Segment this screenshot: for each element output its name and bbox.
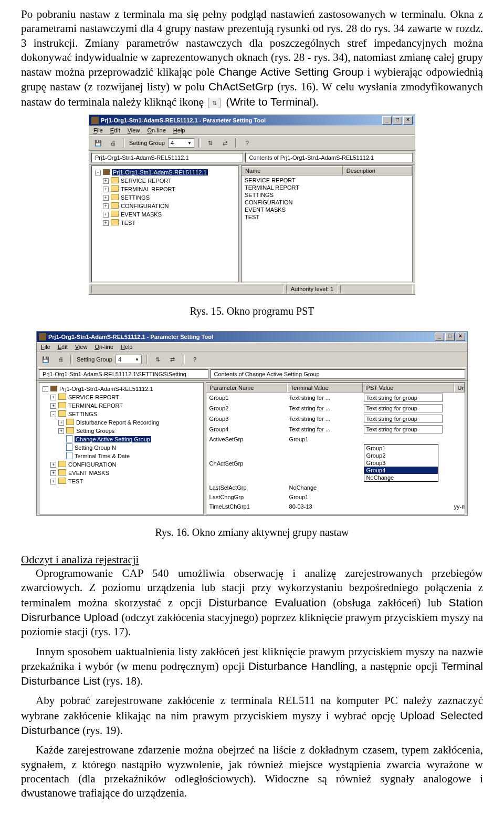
- tree-item[interactable]: +TEST: [95, 219, 235, 227]
- transfer-icon[interactable]: ⇅: [205, 138, 216, 148]
- dropdown-option[interactable]: Group3: [364, 459, 438, 467]
- dropdown-option[interactable]: NoChange: [364, 474, 438, 481]
- menu-edit[interactable]: Edit: [58, 344, 68, 350]
- expand-icon[interactable]: +: [50, 479, 56, 484]
- tree-item[interactable]: Setting Group N: [43, 443, 200, 452]
- print-icon[interactable]: 🖨: [55, 354, 66, 365]
- close-button[interactable]: ×: [456, 333, 465, 341]
- minimize-button[interactable]: _: [382, 116, 392, 125]
- menu-help[interactable]: Help: [173, 127, 185, 133]
- tree-item[interactable]: +TERMINAL REPORT: [95, 185, 235, 193]
- tree-item-settings[interactable]: -SETTINGS: [43, 410, 200, 418]
- tree-item[interactable]: +CONFIGURATION: [95, 202, 235, 210]
- expand-icon[interactable]: +: [58, 428, 64, 434]
- expand-icon[interactable]: +: [50, 470, 56, 476]
- tree-root[interactable]: -Prj1-Org1-Stn1-AdamS-REL51112.1: [95, 168, 235, 177]
- grid-row[interactable]: ActiveSetGrpGroup1: [206, 435, 465, 444]
- pst-value-input[interactable]: Text string for group: [364, 415, 443, 423]
- grid-row[interactable]: ChActSetGrpGroup1Group2Group3Group4NoCha…: [206, 444, 465, 483]
- setting-group-select[interactable]: 4 ▼: [116, 355, 142, 364]
- collapse-icon[interactable]: -: [43, 386, 48, 392]
- menu-file[interactable]: File: [93, 127, 103, 133]
- setting-group-select[interactable]: 4 ▼: [168, 138, 194, 148]
- tree-root[interactable]: -Prj1-Org1-Stn1-AdamS-REL51112.1: [43, 385, 200, 393]
- save-icon[interactable]: 💾: [40, 354, 51, 365]
- expand-icon[interactable]: +: [58, 420, 64, 426]
- menu-edit[interactable]: Edit: [110, 127, 120, 133]
- list-pane[interactable]: Name Description SERVICE REPORT TERMINAL…: [241, 166, 413, 282]
- maximize-button[interactable]: □: [393, 116, 402, 125]
- pst-value-input[interactable]: Text string for group: [364, 425, 443, 433]
- transfer-icon[interactable]: ⇅: [152, 354, 164, 365]
- col-terminal-value[interactable]: Terminal Value: [287, 383, 363, 392]
- list-item[interactable]: EVENT MASKS: [243, 206, 411, 213]
- grid-row[interactable]: TimeLstChGrp180-03-13yy-mo-dd hh:mm ; ss…: [206, 502, 465, 511]
- dropdown-option[interactable]: Group1: [364, 445, 438, 452]
- grid-row[interactable]: LastSelActGrpNoChange: [206, 483, 465, 492]
- expand-icon[interactable]: +: [103, 178, 109, 184]
- list-item[interactable]: TERMINAL REPORT: [243, 184, 411, 191]
- help-icon[interactable]: ?: [242, 138, 253, 148]
- read-icon[interactable]: ⇄: [219, 138, 231, 148]
- list-item[interactable]: CONFIGURATION: [243, 199, 411, 206]
- tree-item[interactable]: +SETTINGS: [95, 193, 235, 202]
- chactsetgrp-dropdown[interactable]: Group1Group2Group3Group4NoChange: [364, 444, 438, 482]
- grid-row[interactable]: Group3Text string for ...Text string for…: [206, 414, 465, 424]
- col-description[interactable]: Description: [343, 166, 412, 175]
- tree-item[interactable]: +TEST: [43, 477, 200, 486]
- tree-item-change-active[interactable]: Change Active Setting Group: [43, 435, 200, 443]
- expand-icon[interactable]: +: [103, 212, 109, 218]
- collapse-icon[interactable]: -: [95, 170, 101, 175]
- cell-pst-value[interactable]: Text string for group: [361, 392, 451, 403]
- grid-row[interactable]: Group4Text string for ...Text string for…: [206, 424, 465, 435]
- menu-view[interactable]: View: [128, 127, 140, 133]
- tree-item[interactable]: +EVENT MASKS: [95, 210, 235, 219]
- cell-pst-value[interactable]: Group1Group2Group3Group4NoChange: [361, 444, 451, 483]
- list-item[interactable]: SETTINGS: [243, 191, 411, 199]
- menu-view[interactable]: View: [75, 344, 88, 350]
- print-icon[interactable]: 🖨: [107, 138, 119, 148]
- dropdown-option[interactable]: Group2: [364, 452, 438, 459]
- grid-row[interactable]: TimeLstChGrp280-02-12 ...80-02-12 01:23:…: [206, 511, 465, 514]
- tree-item[interactable]: +Setting Groups: [43, 427, 200, 435]
- grid-row[interactable]: Group2Text string for ...Text string for…: [206, 403, 465, 414]
- menu-file[interactable]: File: [41, 344, 50, 350]
- expand-icon[interactable]: +: [103, 187, 109, 192]
- tree-item[interactable]: +Disturbance Report & Recording: [43, 418, 200, 427]
- pst-value-input[interactable]: Text string for group: [364, 394, 443, 402]
- col-parameter-name[interactable]: Parameter Name: [206, 383, 287, 392]
- expand-icon[interactable]: +: [103, 203, 109, 209]
- cell-pst-value[interactable]: Text string for group: [361, 403, 451, 414]
- menu-online[interactable]: On-line: [147, 127, 165, 133]
- collapse-icon[interactable]: -: [50, 411, 56, 417]
- cell-pst-value[interactable]: Text string for group: [361, 414, 451, 424]
- expand-icon[interactable]: +: [103, 220, 109, 226]
- dropdown-option[interactable]: Group4: [364, 467, 438, 474]
- pst-value-input[interactable]: Text string for group: [364, 404, 443, 412]
- tree-item[interactable]: Terminal Time & Date: [43, 452, 200, 460]
- save-icon[interactable]: 💾: [92, 138, 104, 148]
- col-name[interactable]: Name: [242, 166, 343, 175]
- tree-item[interactable]: +SERVICE REPORT: [95, 177, 235, 185]
- cell-pst-value[interactable]: Text string for group: [361, 424, 451, 435]
- tree-pane[interactable]: -Prj1-Org1-Stn1-AdamS-REL51112.1 +SERVIC…: [91, 166, 239, 282]
- expand-icon[interactable]: +: [50, 462, 56, 468]
- tree-item[interactable]: +TERMINAL REPORT: [43, 401, 200, 410]
- grid-row[interactable]: Group1Text string for ...Text string for…: [206, 392, 465, 403]
- read-icon[interactable]: ⇄: [167, 354, 178, 365]
- tree-item[interactable]: +CONFIGURATION: [43, 460, 200, 469]
- list-item[interactable]: TEST: [243, 213, 411, 221]
- expand-icon[interactable]: +: [50, 403, 56, 409]
- menu-help[interactable]: Help: [121, 344, 133, 350]
- list-item[interactable]: SERVICE REPORT: [243, 177, 411, 184]
- maximize-button[interactable]: □: [445, 333, 455, 341]
- grid-row[interactable]: LastChngGrpGroup1: [206, 492, 465, 502]
- tree-item[interactable]: +SERVICE REPORT: [43, 393, 200, 401]
- tree-pane[interactable]: -Prj1-Org1-Stn1-AdamS-REL51112.1 +SERVIC…: [39, 382, 204, 514]
- menu-online[interactable]: On-line: [94, 344, 113, 350]
- parameter-grid-pane[interactable]: Parameter Name Terminal Value PST Value …: [206, 382, 465, 514]
- col-unit[interactable]: Unit: [454, 383, 465, 392]
- col-pst-value[interactable]: PST Value: [363, 383, 454, 392]
- minimize-button[interactable]: _: [435, 333, 444, 341]
- expand-icon[interactable]: +: [103, 195, 109, 201]
